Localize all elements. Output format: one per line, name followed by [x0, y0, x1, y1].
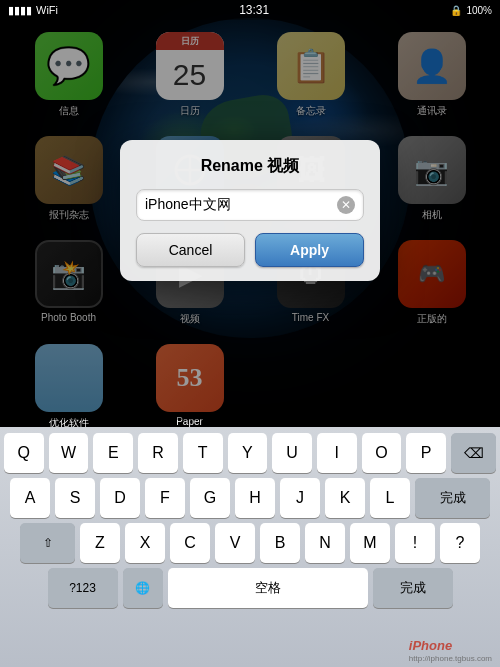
key-t[interactable]: T [183, 433, 223, 473]
key-y[interactable]: Y [228, 433, 268, 473]
key-f[interactable]: F [145, 478, 185, 518]
keyboard-row-2: A S D F G H J K L 完成 [4, 478, 496, 518]
space-key[interactable]: 空格 [168, 568, 368, 608]
key-a[interactable]: A [10, 478, 50, 518]
logo-text: iPhone [409, 638, 452, 653]
dialog-title: Rename 视频 [136, 156, 364, 177]
key-s[interactable]: S [55, 478, 95, 518]
keyboard-row-1: Q W E R T Y U I O P ⌫ [4, 433, 496, 473]
apply-button[interactable]: Apply [255, 233, 364, 267]
wifi-icon: WiFi [36, 4, 58, 16]
keyboard: Q W E R T Y U I O P ⌫ A S D F G H J K L … [0, 427, 500, 667]
status-bar: ▮▮▮▮ WiFi 13:31 🔒 100% [0, 0, 500, 20]
key-p[interactable]: P [406, 433, 446, 473]
lock-icon: 🔒 [450, 5, 462, 16]
key-d[interactable]: D [100, 478, 140, 518]
key-o[interactable]: O [362, 433, 402, 473]
key-l[interactable]: L [370, 478, 410, 518]
cancel-button[interactable]: Cancel [136, 233, 245, 267]
key-i[interactable]: I [317, 433, 357, 473]
done-key[interactable]: 完成 [373, 568, 453, 608]
rename-dialog: Rename 视频 ✕ Cancel Apply [120, 140, 380, 281]
key-j[interactable]: J [280, 478, 320, 518]
dialog-input-wrapper: ✕ [136, 189, 364, 221]
key-z[interactable]: Z [80, 523, 120, 563]
globe-key[interactable]: 🌐 [123, 568, 163, 608]
screen: ▮▮▮▮ WiFi 13:31 🔒 100% 信息 日历 25 日历 📋 备忘录 [0, 0, 500, 667]
return-key[interactable]: 完成 [415, 478, 490, 518]
keyboard-row-4: ?123 🌐 空格 完成 [4, 568, 496, 608]
bottom-bar: iPhone http://iphone.tgbus.com [409, 636, 492, 663]
status-right: 🔒 100% [450, 5, 492, 16]
status-time: 13:31 [239, 3, 269, 17]
key-q[interactable]: Q [4, 433, 44, 473]
key-w[interactable]: W [49, 433, 89, 473]
dialog-overlay: Rename 视频 ✕ Cancel Apply [0, 0, 500, 420]
num-key[interactable]: ?123 [48, 568, 118, 608]
key-n[interactable]: N [305, 523, 345, 563]
key-v[interactable]: V [215, 523, 255, 563]
key-u[interactable]: U [272, 433, 312, 473]
clear-button[interactable]: ✕ [337, 196, 355, 214]
key-x[interactable]: X [125, 523, 165, 563]
signal-icon: ▮▮▮▮ [8, 4, 32, 17]
dialog-buttons: Cancel Apply [136, 233, 364, 267]
status-left: ▮▮▮▮ WiFi [8, 4, 58, 17]
backspace-key[interactable]: ⌫ [451, 433, 496, 473]
key-m[interactable]: M [350, 523, 390, 563]
keyboard-row-3: ⇧ Z X C V B N M ! ? [4, 523, 496, 563]
key-k[interactable]: K [325, 478, 365, 518]
key-g[interactable]: G [190, 478, 230, 518]
key-question[interactable]: ? [440, 523, 480, 563]
key-e[interactable]: E [93, 433, 133, 473]
key-r[interactable]: R [138, 433, 178, 473]
key-excl[interactable]: ! [395, 523, 435, 563]
battery-label: 100% [466, 5, 492, 16]
key-c[interactable]: C [170, 523, 210, 563]
key-h[interactable]: H [235, 478, 275, 518]
rename-input[interactable] [145, 197, 337, 213]
shift-key[interactable]: ⇧ [20, 523, 75, 563]
logo-sub: http://iphone.tgbus.com [409, 654, 492, 663]
key-b[interactable]: B [260, 523, 300, 563]
